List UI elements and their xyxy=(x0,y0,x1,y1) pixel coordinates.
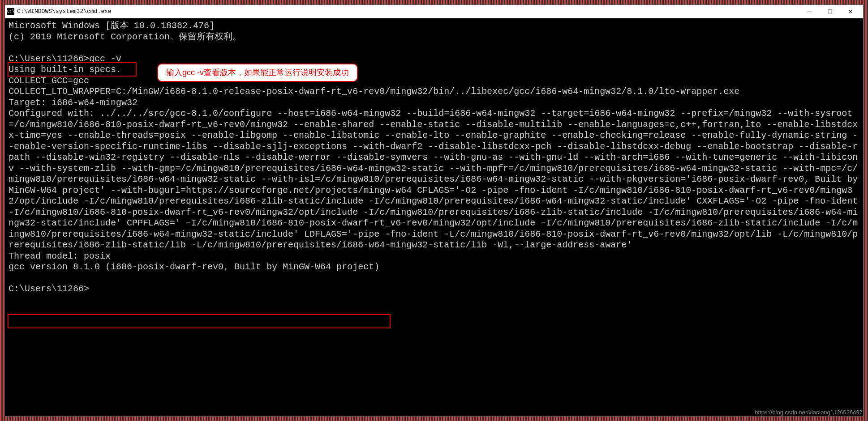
watermark-text: https://blog.csdn.net/xiaolong1126626497 xyxy=(755,409,863,416)
terminal-line: Target: i686-w64-mingw32 xyxy=(9,98,138,108)
annotation-callout: 输入gcc -v查看版本，如果能正常运行说明安装成功 xyxy=(157,64,358,82)
close-button[interactable]: ✕ xyxy=(840,5,861,18)
terminal-line: COLLECT_LTO_WRAPPER=C:/MinGW/i686-8.1.0-… xyxy=(9,86,739,97)
minimize-button[interactable]: — xyxy=(799,5,820,18)
terminal-line: Microsoft Windows [版本 10.0.18362.476] xyxy=(9,21,215,31)
terminal-prompt: C:\Users\11266> xyxy=(9,284,89,294)
terminal-line: gcc version 8.1.0 (i686-posix-dwarf-rev0… xyxy=(9,262,379,272)
terminal-line: Using built-in specs. xyxy=(9,64,121,75)
window-title: C:\WINDOWS\system32\cmd.exe xyxy=(17,8,799,15)
titlebar[interactable]: C:\ C:\WINDOWS\system32\cmd.exe — □ ✕ xyxy=(5,5,863,18)
terminal-prompt: C:\Users\11266>gcc -v xyxy=(9,54,121,64)
cmd-window: C:\ C:\WINDOWS\system32\cmd.exe — □ ✕ Mi… xyxy=(4,4,864,417)
terminal-line: COLLECT_GCC=gcc xyxy=(9,76,89,86)
window-controls: — □ ✕ xyxy=(799,5,861,18)
terminal-line: (c) 2019 Microsoft Corporation。保留所有权利。 xyxy=(9,32,241,42)
terminal-output[interactable]: Microsoft Windows [版本 10.0.18362.476] (c… xyxy=(5,18,863,416)
maximize-button[interactable]: □ xyxy=(820,5,840,18)
terminal-line: Thread model: posix xyxy=(9,251,111,261)
cmd-icon: C:\ xyxy=(7,8,14,15)
screenshot-border: C:\ C:\WINDOWS\system32\cmd.exe — □ ✕ Mi… xyxy=(0,0,868,421)
terminal-line: Configured with: ../../../src/gcc-8.1.0/… xyxy=(9,108,863,250)
highlight-version xyxy=(8,314,391,328)
